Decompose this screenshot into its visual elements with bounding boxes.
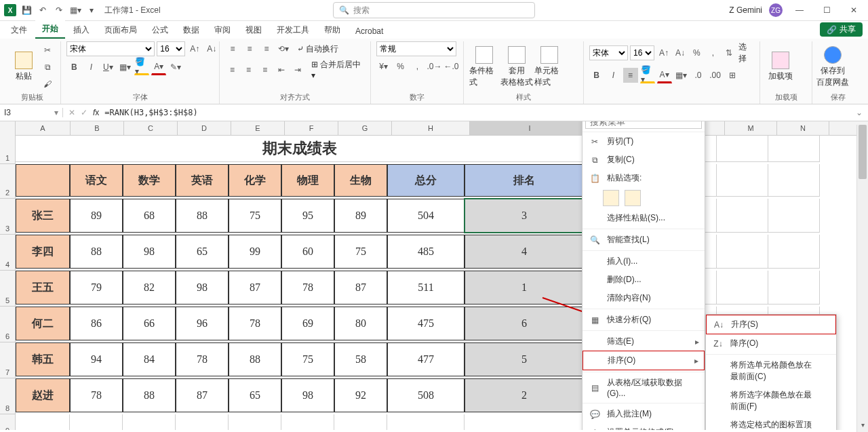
header-7[interactable]: 总分: [387, 164, 465, 197]
bold-button[interactable]: B: [66, 60, 81, 75]
data-2-4[interactable]: 78: [281, 271, 334, 305]
data-2-1[interactable]: 82: [123, 271, 176, 305]
rank-1[interactable]: 4: [465, 235, 584, 269]
data-1-4[interactable]: 60: [281, 235, 334, 269]
maximize-button[interactable]: ☐: [816, 3, 837, 17]
align-left[interactable]: ≡: [225, 62, 239, 77]
tab-layout[interactable]: 页面布局: [98, 22, 144, 39]
inc-decimal[interactable]: .0→: [427, 59, 442, 74]
paste-button[interactable]: 粘贴: [9, 52, 37, 82]
data-5-3[interactable]: 65: [229, 378, 281, 412]
col-header-I[interactable]: I: [470, 121, 590, 135]
data-3-2[interactable]: 96: [176, 307, 229, 340]
row-header-9[interactable]: 9: [0, 414, 16, 430]
header-5[interactable]: 物理: [281, 164, 334, 197]
name-5[interactable]: 赵进: [16, 378, 70, 412]
name-0[interactable]: 张三: [16, 199, 70, 233]
col-header-B[interactable]: B: [71, 121, 124, 135]
sum-4[interactable]: 477: [387, 342, 465, 376]
header-0[interactable]: [16, 164, 70, 197]
currency-button[interactable]: ¥▾: [376, 59, 391, 74]
ctx-item-8[interactable]: ▦快速分析(Q): [583, 311, 705, 329]
row-header-1[interactable]: 1: [0, 135, 16, 164]
copy-button[interactable]: ⧉: [40, 60, 55, 75]
align-center[interactable]: ≡: [241, 62, 256, 77]
table-format-button[interactable]: 套用 表格格式: [502, 46, 532, 88]
name-2[interactable]: 王五: [16, 271, 70, 305]
data-1-3[interactable]: 99: [229, 235, 281, 269]
cond-format-button[interactable]: 条件格式: [469, 46, 499, 88]
name-3[interactable]: 何二: [16, 307, 70, 340]
cell-styles-button[interactable]: 单元格样式: [534, 46, 564, 88]
baidu-save-button[interactable]: 保存到 百度网盘: [818, 46, 848, 88]
col-header-A[interactable]: A: [16, 121, 71, 135]
submenu-item-0[interactable]: A↓升序(S): [706, 315, 836, 334]
header-6[interactable]: 生物: [334, 164, 387, 197]
rank-2[interactable]: 1: [465, 271, 584, 305]
ctx-item-9[interactable]: 筛选(E)▸: [583, 332, 705, 351]
data-4-4[interactable]: 75: [281, 342, 334, 376]
name-box[interactable]: I3▾: [0, 108, 63, 117]
format-painter-button[interactable]: 🖌: [40, 77, 55, 92]
number-format-combo[interactable]: 常规: [376, 41, 456, 56]
tab-acrobat[interactable]: Acrobat: [349, 24, 390, 39]
minimize-button[interactable]: —: [789, 3, 810, 17]
close-button[interactable]: ✕: [844, 3, 864, 17]
ctx-item-3[interactable]: 选择性粘贴(S)...: [583, 209, 705, 227]
font2-name[interactable]: 宋体: [589, 45, 628, 60]
dec-decimal[interactable]: ←.0: [444, 59, 459, 74]
paste-option-0[interactable]: [603, 190, 619, 206]
data-2-0[interactable]: 79: [70, 271, 123, 305]
data-1-5[interactable]: 75: [334, 235, 387, 269]
ctx-item-2[interactable]: 📋粘贴选项:: [583, 169, 705, 187]
ctx-item-11[interactable]: ▤从表格/区域获取数据(G)...: [583, 374, 705, 401]
align-mid[interactable]: ≡: [242, 41, 257, 56]
data-5-1[interactable]: 88: [123, 378, 176, 412]
data-1-0[interactable]: 88: [70, 235, 123, 269]
font2-size[interactable]: 16: [630, 45, 654, 60]
data-5-4[interactable]: 98: [281, 378, 334, 412]
tab-formula[interactable]: 公式: [145, 22, 175, 39]
data-3-5[interactable]: 80: [334, 307, 387, 340]
align-bot[interactable]: ≡: [259, 41, 274, 56]
data-2-5[interactable]: 87: [334, 271, 387, 305]
data-4-3[interactable]: 88: [229, 342, 281, 376]
data-5-5[interactable]: 92: [334, 378, 387, 412]
rank-5[interactable]: 2: [465, 378, 584, 412]
rank-0[interactable]: 3: [465, 199, 584, 233]
sum-5[interactable]: 508: [387, 378, 465, 412]
data-2-3[interactable]: 87: [229, 271, 281, 305]
row-header-5[interactable]: 5: [0, 271, 16, 307]
row-header-8[interactable]: 8: [0, 378, 16, 414]
save-qat-button[interactable]: 💾: [20, 4, 33, 16]
data-4-2[interactable]: 78: [176, 342, 229, 376]
font-name-combo[interactable]: 宋体: [66, 41, 155, 56]
data-5-2[interactable]: 87: [176, 378, 229, 412]
formula-input[interactable]: =RANK(H3,$H$3:$H$8): [104, 108, 197, 117]
fx-icon[interactable]: fx: [93, 108, 99, 117]
data-4-5[interactable]: 58: [334, 342, 387, 376]
data-4-1[interactable]: 84: [123, 342, 176, 376]
header-1[interactable]: 语文: [70, 164, 123, 197]
ctx-item-12[interactable]: 💬插入批注(M): [583, 405, 705, 423]
orientation[interactable]: ⟲▾: [276, 41, 291, 56]
col-header-D[interactable]: D: [178, 121, 231, 135]
ctx-item-13[interactable]: ⚙设置单元格格式(F)...: [583, 423, 705, 430]
search-box[interactable]: 🔍 搜索: [333, 2, 535, 18]
increase-font-button[interactable]: A↑: [187, 41, 202, 56]
indent-dec[interactable]: ⇤: [274, 62, 288, 77]
ctx-item-5[interactable]: 插入(I)...: [583, 252, 705, 271]
data-0-2[interactable]: 88: [176, 199, 229, 233]
tab-dev[interactable]: 开发工具: [270, 22, 316, 39]
row-header-2[interactable]: 2: [0, 164, 16, 199]
font-color-button[interactable]: A▾: [151, 59, 166, 75]
phonetic-button[interactable]: ✎▾: [168, 60, 183, 75]
submenu-item-3[interactable]: 将所选字体颜色放在最前面(F): [706, 386, 836, 416]
col-header-N[interactable]: N: [777, 121, 829, 135]
avatar[interactable]: ZG: [769, 3, 783, 17]
sum-2[interactable]: 511: [387, 271, 465, 305]
menu-search-input[interactable]: [585, 121, 702, 129]
font-size-combo[interactable]: 16: [157, 41, 185, 56]
row-header-6[interactable]: 6: [0, 307, 16, 342]
tab-review[interactable]: 审阅: [208, 22, 237, 39]
